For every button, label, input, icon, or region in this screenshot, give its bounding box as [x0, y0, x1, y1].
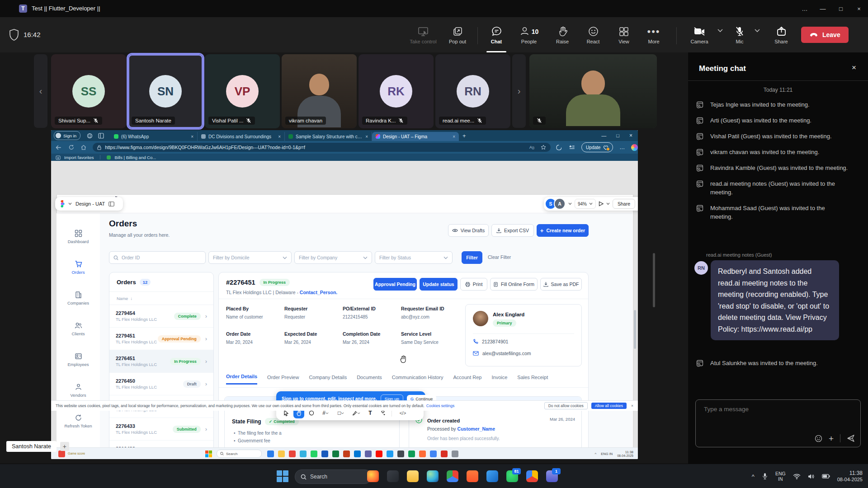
chevron-down-icon[interactable]	[606, 202, 610, 205]
collaborator-avatar[interactable]: A	[554, 198, 566, 210]
cookie-settings-link[interactable]: Cookies settings	[426, 404, 454, 408]
shared-app-icon[interactable]	[430, 450, 437, 457]
pop-out-button[interactable]: Pop out	[444, 21, 471, 50]
allow-cookies-button[interactable]: Allow all cookies	[591, 403, 627, 409]
favorites-import-link[interactable]: Import favorites	[64, 155, 94, 160]
shared-app-icon[interactable]	[376, 450, 382, 457]
shared-app-icon[interactable]	[387, 450, 393, 457]
layout-panel-icon[interactable]	[108, 202, 114, 206]
tab-close-icon[interactable]: ×	[453, 134, 455, 139]
clear-filter-link[interactable]: Clear Filter	[488, 254, 511, 260]
taskbar-app-icon[interactable]	[526, 470, 538, 482]
filter-status-select[interactable]: Filter by Status	[375, 251, 453, 264]
react-button[interactable]: React	[580, 21, 606, 50]
copilot-icon[interactable]	[631, 144, 638, 151]
taskbar-app-icon[interactable]	[407, 470, 419, 482]
taskbar-app-icon[interactable]	[387, 470, 399, 482]
vertical-tabs-icon[interactable]	[98, 133, 104, 139]
camera-button[interactable]: Camera	[685, 21, 713, 50]
view-button[interactable]: View	[611, 21, 637, 50]
shared-app-icon[interactable]	[452, 450, 458, 457]
chat-button[interactable]: Chat	[484, 21, 509, 50]
shared-tray-chevron-icon[interactable]: ^	[595, 452, 597, 456]
send-icon[interactable]	[847, 434, 855, 442]
participant-tile[interactable]: vikram chavan	[282, 54, 357, 128]
contact-person-link[interactable]: Contact_Person.	[300, 290, 337, 295]
detail-tab[interactable]: Company Details	[309, 375, 347, 384]
start-button[interactable]	[277, 470, 288, 482]
participant-tile[interactable]: SN Santosh Narate	[128, 54, 203, 128]
sidebar-item[interactable]: Companies	[57, 291, 100, 305]
sort-icon[interactable]: ↓	[130, 296, 132, 301]
favorite-star-icon[interactable]	[541, 145, 546, 150]
participant-tile[interactable]: SS Shivani Sup...	[51, 54, 126, 128]
print-button[interactable]: Print	[460, 278, 487, 291]
detail-tab[interactable]: Documents	[357, 375, 382, 384]
create-order-button[interactable]: + Create new order	[537, 224, 589, 237]
shared-app-icon[interactable]	[267, 450, 274, 457]
window-close-icon[interactable]: ×	[850, 0, 868, 17]
order-id-input[interactable]: Order ID	[109, 251, 206, 264]
shared-app-icon[interactable]	[408, 450, 415, 457]
shared-app-icon[interactable]	[419, 450, 426, 457]
more-button[interactable]: ••• More	[641, 21, 666, 50]
shared-app-icon[interactable]	[311, 450, 317, 457]
participant-tile[interactable]: RK Ravindra K...	[359, 54, 434, 128]
approval-pending-button[interactable]: Approval Pending	[373, 278, 417, 291]
filter-company-select[interactable]: Filter by Company	[294, 251, 372, 264]
shared-app-icon[interactable]	[365, 450, 372, 457]
browser-update-button[interactable]: Update	[581, 142, 613, 152]
refresh-icon[interactable]	[69, 145, 74, 150]
back-icon[interactable]	[56, 145, 61, 150]
shared-language-indicator[interactable]: ENG IN	[601, 452, 613, 456]
detail-tab[interactable]: Account Rep	[453, 375, 482, 384]
view-drafts-button[interactable]: View Drafts	[448, 224, 489, 237]
shared-start-button[interactable]	[205, 450, 212, 457]
order-row[interactable]: 2276433 TL Flex Holdings LLC Submitted ›	[109, 418, 213, 441]
column-name[interactable]: Name	[117, 296, 128, 301]
fill-online-form-button[interactable]: Fill Online Form	[490, 278, 538, 291]
taskbar-app-icon[interactable]	[427, 470, 439, 482]
shared-app-icon[interactable]	[441, 450, 448, 457]
window-maximize-icon[interactable]: □	[832, 0, 850, 17]
filmstrip-next-button[interactable]: ›	[512, 54, 526, 128]
taskbar-clock[interactable]: 11:38 08-04-2025	[837, 470, 863, 483]
shared-clock[interactable]: 11:38 08-04-2025	[617, 450, 633, 457]
taskbar-app-icon[interactable]	[467, 470, 478, 482]
participant-tile[interactable]: RN read.ai mee...	[435, 54, 510, 128]
home-icon[interactable]	[81, 145, 86, 150]
sidebar-item[interactable]: Refresh Token	[57, 414, 100, 428]
browser-tab[interactable]: DC Divisions and Surroundings ×	[198, 132, 285, 141]
shared-app-icon[interactable]	[332, 450, 339, 457]
new-tab-icon[interactable]: +	[462, 132, 466, 139]
people-button[interactable]: 10 People	[513, 21, 545, 50]
tab-close-icon[interactable]: ×	[278, 134, 281, 139]
tray-chevron-icon[interactable]: ^	[752, 473, 755, 480]
read-aloud-icon[interactable]: A))	[529, 145, 534, 150]
browser-close-icon[interactable]: ×	[629, 132, 632, 139]
taskbar-app-icon[interactable]	[486, 470, 498, 482]
order-row[interactable]: 2279454 TL Flex Holdings LLC Complete ›	[109, 305, 213, 328]
workspaces-icon[interactable]	[87, 133, 93, 139]
taskbar-search-box[interactable]: Search	[295, 469, 372, 484]
share-button[interactable]: Share	[769, 21, 794, 50]
browser-tab[interactable]: Design - UAT – Figma ×	[372, 132, 459, 141]
chat-close-icon[interactable]: ×	[852, 63, 856, 72]
shared-app-icon[interactable]	[289, 450, 296, 457]
favorites-bills-link[interactable]: Bills | Billing and Co...	[114, 155, 156, 160]
filmstrip-prev-button[interactable]: ‹	[34, 54, 47, 128]
cookie-close-icon[interactable]: ×	[631, 404, 633, 408]
tab-close-icon[interactable]: ×	[191, 134, 193, 139]
detail-tab[interactable]: Order Details	[226, 374, 257, 385]
browser-menu-icon[interactable]: …	[619, 144, 625, 150]
language-indicator[interactable]: ENGIN	[775, 471, 786, 482]
favorites-list-icon[interactable]	[569, 145, 575, 150]
take-control-button[interactable]: Take control	[404, 21, 443, 50]
sidebar-item[interactable]: Vendors	[57, 383, 100, 398]
split-screen-icon[interactable]	[556, 145, 562, 150]
update-status-button[interactable]: Update status	[420, 278, 458, 291]
mic-button[interactable]: Mic	[729, 21, 750, 50]
present-play-icon[interactable]	[599, 201, 604, 206]
customer-link[interactable]: Customer_Name	[458, 426, 495, 432]
participant-tile[interactable]: VP Vishal Patil ...	[205, 54, 280, 128]
